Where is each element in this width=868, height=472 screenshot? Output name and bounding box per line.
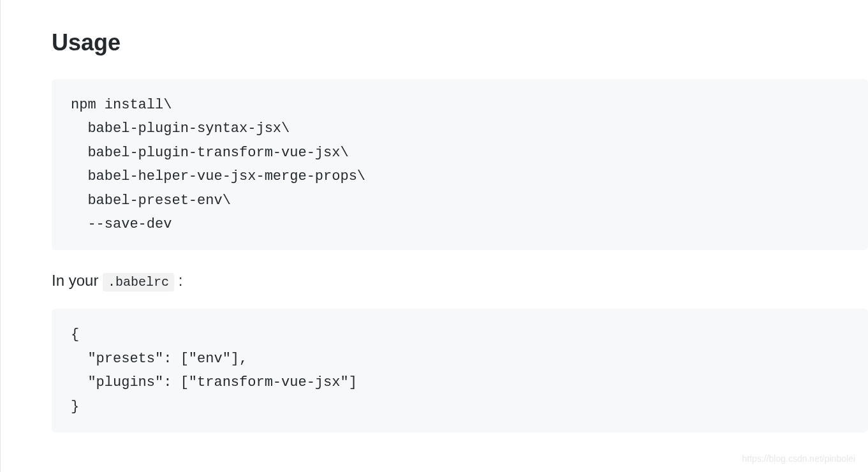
- inline-code-babelrc: .babelrc: [103, 273, 174, 291]
- paragraph-suffix: :: [174, 272, 182, 289]
- document-content: Usage npm install\ babel-plugin-syntax-j…: [1, 26, 868, 432]
- watermark-text: https://blog.csdn.net/pinbolei: [742, 452, 855, 466]
- section-heading-usage: Usage: [52, 26, 868, 60]
- paragraph-prefix: In your: [52, 272, 103, 289]
- paragraph-babelrc: In your .babelrc :: [52, 269, 868, 292]
- code-block-config[interactable]: { "presets": ["env"], "plugins": ["trans…: [52, 309, 868, 432]
- code-block-install[interactable]: npm install\ babel-plugin-syntax-jsx\ ba…: [52, 79, 868, 250]
